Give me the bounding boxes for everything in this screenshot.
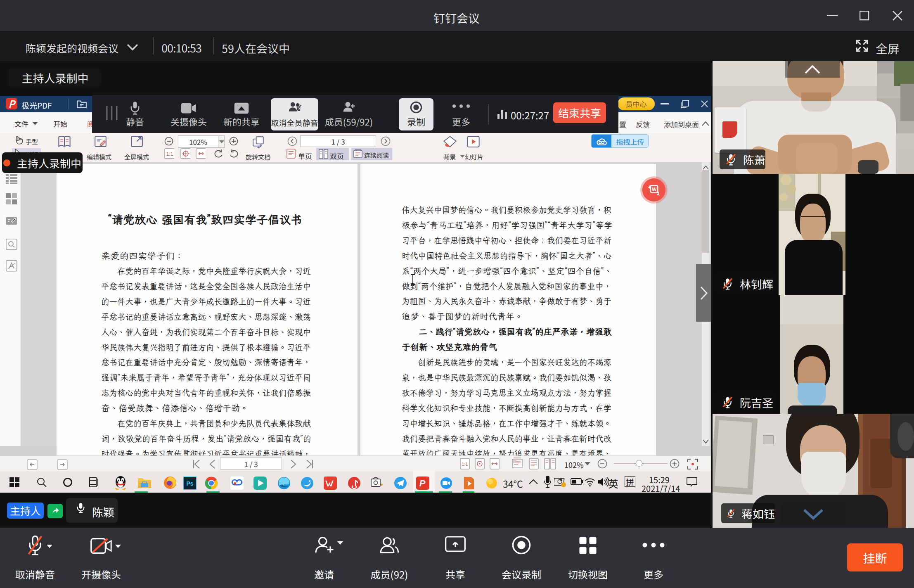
svg-text:P: P xyxy=(419,478,426,488)
svg-text:1:1: 1:1 xyxy=(462,462,468,467)
svg-text:Ps: Ps xyxy=(186,480,193,487)
svg-text:1:1: 1:1 xyxy=(166,151,173,157)
svg-text:W: W xyxy=(652,187,657,192)
